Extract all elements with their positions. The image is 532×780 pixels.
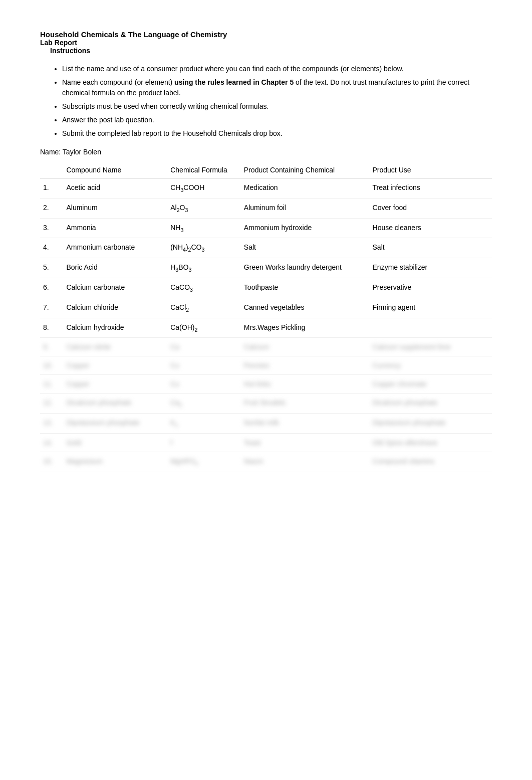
table-row: 6. Calcium carbonate CaCO3 Toothpaste Pr… <box>40 278 492 298</box>
row-product-blurred: Hot links <box>241 375 370 394</box>
row-num: 6. <box>40 278 63 298</box>
row-num: 4. <box>40 238 63 258</box>
row-formula: CaCl2 <box>167 298 241 318</box>
table-header-row: Compound Name Chemical Formula Product C… <box>40 162 492 178</box>
table-row: 5. Boric Acid H3BO3 Green Works laundry … <box>40 258 492 278</box>
row-compound: Ammonium carbonate <box>63 238 167 258</box>
row-product: Aluminum foil <box>241 198 370 218</box>
row-compound: Boric Acid <box>63 258 167 278</box>
instructions-section: List the name and use of a consumer prod… <box>50 64 492 139</box>
row-compound: Ammonia <box>63 218 167 238</box>
row-product: Salt <box>241 238 370 258</box>
row-product-blurred: Nonfat milk <box>241 414 370 434</box>
row-product: Toothpaste <box>241 278 370 298</box>
student-name: Name: Taylor Bolen <box>40 148 492 156</box>
row-formula: NH3 <box>167 218 241 238</box>
table-row: 8. Calcium hydroxide Ca(OH)2 Mrs.Wages P… <box>40 318 492 338</box>
col-header-use: Product Use <box>370 162 492 178</box>
row-use-blurred: Copper chromate <box>370 375 492 394</box>
row-formula-blurred: MgHPO4 <box>167 452 241 472</box>
table-row-blurred: 13. Dipotassium phosphate K2 Nonfat milk… <box>40 414 492 434</box>
row-use: Firming agent <box>370 298 492 318</box>
row-formula-blurred: f <box>167 433 241 452</box>
row-formula-blurred: Ca <box>167 338 241 356</box>
row-compound-blurred: Magnesium <box>63 452 167 472</box>
row-product: Ammonium hydroxide <box>241 218 370 238</box>
row-use-blurred: Dicalcium phosphate <box>370 394 492 414</box>
row-num-blurred: 15. <box>40 452 63 472</box>
row-product-blurred: Fruit Strudels <box>241 394 370 414</box>
row-compound: Calcium carbonate <box>63 278 167 298</box>
row-product: Medication <box>241 178 370 199</box>
row-num-blurred: 13. <box>40 414 63 434</box>
row-formula-blurred: Cu <box>167 356 241 375</box>
row-formula: Ca(OH)2 <box>167 318 241 338</box>
row-use: Treat infections <box>370 178 492 199</box>
row-use-blurred: Calcium supplement lime <box>370 338 492 356</box>
data-table-wrap: Compound Name Chemical Formula Product C… <box>40 162 492 472</box>
row-formula: Al2O3 <box>167 198 241 218</box>
table-row: 2. Aluminum Al2O3 Aluminum foil Cover fo… <box>40 198 492 218</box>
table-row: 1. Acetic acid CH3COOH Medication Treat … <box>40 178 492 199</box>
table-row: 7. Calcium chloride CaCl2 Canned vegetab… <box>40 298 492 318</box>
row-use <box>370 318 492 338</box>
compound-table: Compound Name Chemical Formula Product C… <box>40 162 492 472</box>
row-compound-blurred: Dipotassium phosphate <box>63 414 167 434</box>
row-compound-blurred: Calcium nitrite <box>63 338 167 356</box>
row-formula: CaCO3 <box>167 278 241 298</box>
header: Household Chemicals & The Language of Ch… <box>40 30 492 55</box>
row-product: Green Works laundry detergent <box>241 258 370 278</box>
row-product: Mrs.Wages Pickling <box>241 318 370 338</box>
row-num: 3. <box>40 218 63 238</box>
row-num: 7. <box>40 298 63 318</box>
row-formula: H3BO3 <box>167 258 241 278</box>
row-num: 2. <box>40 198 63 218</box>
row-num: 5. <box>40 258 63 278</box>
table-row-blurred: 15. Magnesium MgHPO4 Niacin Compound vit… <box>40 452 492 472</box>
row-product-blurred: Niacin <box>241 452 370 472</box>
table-row-blurred: 14. Gold f Toast Old Spice aftershave <box>40 433 492 452</box>
row-compound: Acetic acid <box>63 178 167 199</box>
row-num: 1. <box>40 178 63 199</box>
row-formula-blurred: Ca2 <box>167 394 241 414</box>
row-compound-blurred: Gold <box>63 433 167 452</box>
table-row-blurred: 12. Dicalcium phosphate Ca2 Fruit Strude… <box>40 394 492 414</box>
row-formula-blurred: Cu <box>167 375 241 394</box>
instruction-item: Answer the post lab question. <box>62 115 492 125</box>
row-use-blurred: Currency <box>370 356 492 375</box>
instruction-item: List the name and use of a consumer prod… <box>62 64 492 74</box>
table-row-blurred: 10. Copper Cu Pennies Currency <box>40 356 492 375</box>
table-row-blurred: 9. Calcium nitrite Ca Calcium Calcium su… <box>40 338 492 356</box>
row-num-blurred: 9. <box>40 338 63 356</box>
row-num: 8. <box>40 318 63 338</box>
row-product-blurred: Calcium <box>241 338 370 356</box>
row-compound: Calcium hydroxide <box>63 318 167 338</box>
row-use: Preservative <box>370 278 492 298</box>
row-num-blurred: 11. <box>40 375 63 394</box>
subtitle: Lab Report <box>40 39 492 47</box>
section-title: Instructions <box>50 47 492 55</box>
col-header-formula: Chemical Formula <box>167 162 241 178</box>
instruction-item: Subscripts must be used when correctly w… <box>62 101 492 112</box>
row-product-blurred: Toast <box>241 433 370 452</box>
row-compound-blurred: Copper <box>63 375 167 394</box>
main-title: Household Chemicals & The Language of Ch… <box>40 30 492 39</box>
table-row: 4. Ammonium carbonate (NH4)2CO3 Salt Sal… <box>40 238 492 258</box>
instruction-item: Submit the completed lab report to the H… <box>62 128 492 139</box>
row-use: Salt <box>370 238 492 258</box>
row-use: Enzyme stabilizer <box>370 258 492 278</box>
table-row-blurred: 11. Copper Cu Hot links Copper chromate <box>40 375 492 394</box>
row-num-blurred: 14. <box>40 433 63 452</box>
col-header-product: Product Containing Chemical <box>241 162 370 178</box>
col-header-compound: Compound Name <box>63 162 167 178</box>
row-use-blurred: Dipotassium phosphate <box>370 414 492 434</box>
col-header-num <box>40 162 63 178</box>
row-product-blurred: Pennies <box>241 356 370 375</box>
row-compound: Aluminum <box>63 198 167 218</box>
row-formula: (NH4)2CO3 <box>167 238 241 258</box>
instruction-item: Name each compound (or element) using th… <box>62 77 492 98</box>
row-product: Canned vegetables <box>241 298 370 318</box>
row-formula-blurred: K2 <box>167 414 241 434</box>
row-compound: Calcium chloride <box>63 298 167 318</box>
row-formula: CH3COOH <box>167 178 241 199</box>
